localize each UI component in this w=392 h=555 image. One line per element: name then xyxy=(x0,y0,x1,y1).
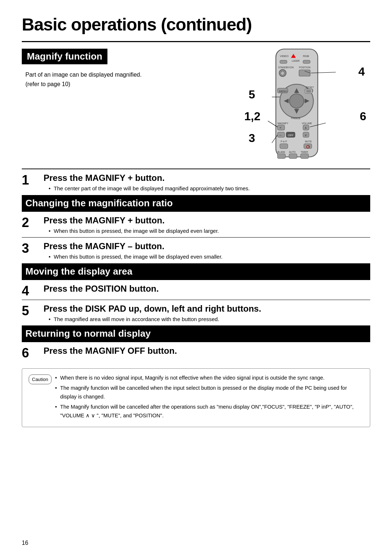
svg-text:FREEZE: FREEZE xyxy=(291,117,301,119)
svg-text:LASER: LASER xyxy=(292,60,300,62)
step-6-title: Press the MAGNIFY OFF button. xyxy=(44,346,370,356)
svg-text:RESET: RESET xyxy=(306,86,314,89)
step-2-suffix: button. xyxy=(133,215,165,225)
svg-rect-11 xyxy=(299,70,310,76)
step-3-button: – xyxy=(128,241,132,251)
svg-text:VIDEO: VIDEO xyxy=(280,54,289,58)
svg-text:AUTO: AUTO xyxy=(289,151,295,153)
step-6-number: 6 xyxy=(22,346,44,360)
svg-text:TIMER: TIMER xyxy=(301,151,308,153)
svg-text:🔇: 🔇 xyxy=(306,145,310,149)
svg-text:P in P: P in P xyxy=(281,140,287,143)
magnify-intro: Part of an image can be displayed magnif… xyxy=(25,70,225,89)
step-3-block: 3 Press the MAGNIFY – button. When this … xyxy=(22,238,370,264)
step-3-title: Press the MAGNIFY – button. xyxy=(44,241,370,251)
step-4-block: 4 Press the POSITION button. xyxy=(22,280,370,300)
moving-section-header: Moving the display area xyxy=(25,266,132,277)
step-6-content: Press the MAGNIFY OFF button. xyxy=(44,346,370,357)
svg-text:BLANK: BLANK xyxy=(277,151,285,153)
svg-text:∧: ∧ xyxy=(305,126,307,130)
caution-label: Caution xyxy=(29,374,52,384)
caution-content: When there is no video signal input, Mag… xyxy=(55,374,363,422)
step-2-prefix: Press the MAGNIFY xyxy=(44,215,128,225)
remote-svg: VIDEO RGB LASER STANDBY/ON POSITION ⏻ xyxy=(234,45,358,165)
svg-rect-40 xyxy=(280,144,288,149)
svg-text:VOLUME: VOLUME xyxy=(302,122,312,125)
svg-text:RGB: RGB xyxy=(303,54,309,58)
label-4: 4 xyxy=(358,65,365,78)
step-4-content: Press the POSITION button. xyxy=(44,284,370,295)
caution-bullet-1: When there is no video signal input, Mag… xyxy=(55,374,363,382)
moving-section-row: Moving the display area xyxy=(22,264,370,279)
returning-section-row: Returning to normal display xyxy=(22,326,370,341)
step-5-bullet: The magnified area will move in accordan… xyxy=(49,315,370,324)
step-2-number: 2 xyxy=(22,215,44,229)
svg-text:MAGNIFY: MAGNIFY xyxy=(277,122,289,125)
svg-point-14 xyxy=(289,94,304,108)
svg-rect-24 xyxy=(306,90,311,93)
magnify-section-header: Magnify function xyxy=(27,51,102,62)
svg-rect-46 xyxy=(277,154,285,158)
step-2-button: + xyxy=(128,215,133,225)
svg-rect-48 xyxy=(301,154,309,158)
svg-text:MUTE: MUTE xyxy=(305,140,312,143)
step-2-content: Press the MAGNIFY + button. When this bu… xyxy=(44,215,370,235)
caution-bullet-2: The magnify function will be cancelled w… xyxy=(55,384,363,401)
step-5-title: Press the DISK PAD up, down, left and ri… xyxy=(44,304,370,314)
step-3-content: Press the MAGNIFY – button. When this bu… xyxy=(44,241,370,261)
returning-section-header: Returning to normal display xyxy=(25,328,151,339)
step-2-bullet: When this button is pressed, the image w… xyxy=(49,227,370,235)
step-2-title: Press the MAGNIFY + button. xyxy=(44,215,370,226)
caution-bullet-3: The Magnify function will be cancelled a… xyxy=(55,403,363,420)
step-4-title: Press the POSITION button. xyxy=(44,284,370,294)
step-1-suffix: button. xyxy=(133,173,165,183)
svg-rect-47 xyxy=(289,154,297,158)
step-5-block: 5 Press the DISK PAD up, down, left and … xyxy=(22,300,370,326)
changing-section-row: Changing the magnification ratio xyxy=(22,195,370,211)
step-3-bullet: When this button is pressed, the image w… xyxy=(49,253,370,261)
step-4-number: 4 xyxy=(22,284,44,297)
changing-section-header: Changing the magnification ratio xyxy=(25,198,173,208)
svg-text:OFF: OFF xyxy=(288,134,294,137)
step-1-content: Press the MAGNIFY + button. The center p… xyxy=(44,173,370,193)
label-6: 6 xyxy=(360,110,366,123)
step-1-bullet: The center part of the image will be dis… xyxy=(49,185,370,193)
step-6-block: 6 Press the MAGNIFY OFF button. xyxy=(22,342,370,362)
remote-diagram: 4 5 1,2 3 6 VIDEO RGB LASER xyxy=(232,49,370,169)
step-1-number: 1 xyxy=(22,173,44,187)
step-1-title: Press the MAGNIFY + button. xyxy=(44,173,370,183)
step-5-content: Press the DISK PAD up, down, left and ri… xyxy=(44,304,370,324)
svg-text:POSITION: POSITION xyxy=(299,66,311,69)
step-1-button: + xyxy=(128,173,133,183)
label-12: 1,2 xyxy=(244,110,260,123)
svg-text:⏻: ⏻ xyxy=(281,72,284,75)
step-3-number: 3 xyxy=(22,241,44,255)
svg-text:STANDBY/ON: STANDBY/ON xyxy=(278,66,294,69)
step-3-prefix: Press the MAGNIFY xyxy=(44,241,128,251)
svg-text:∨: ∨ xyxy=(305,133,307,137)
svg-text:–: – xyxy=(279,133,282,137)
step-1-prefix: Press the MAGNIFY xyxy=(44,173,128,183)
label-3: 3 xyxy=(249,131,255,145)
step-2-block: 2 Press the MAGNIFY + button. When this … xyxy=(22,212,370,238)
step-5-number: 5 xyxy=(22,304,44,317)
page-number: 16 xyxy=(22,540,28,546)
page-title: Basic operations (continued) xyxy=(22,15,370,35)
page: Basic operations (continued) Magnify fun… xyxy=(0,0,392,555)
svg-text:+: + xyxy=(279,126,282,130)
svg-rect-5 xyxy=(280,60,287,64)
caution-box: Caution When there is no video signal in… xyxy=(22,368,370,427)
step-3-suffix: button. xyxy=(132,241,164,251)
svg-rect-6 xyxy=(303,60,310,64)
svg-text:MENU: MENU xyxy=(279,90,287,93)
step-1-block: 1 Press the MAGNIFY + button. The center… xyxy=(22,169,370,195)
label-5: 5 xyxy=(249,88,255,101)
